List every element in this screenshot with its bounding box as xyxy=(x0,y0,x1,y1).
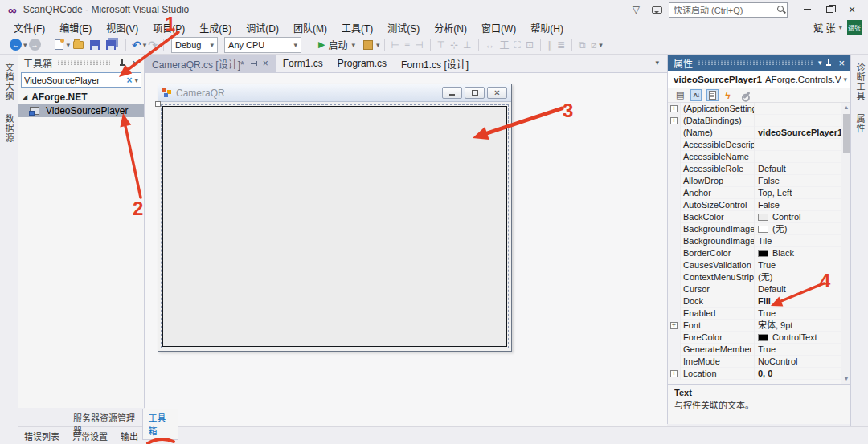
undo-chevron-icon[interactable]: ▾ xyxy=(143,41,147,49)
navigate-back-icon[interactable]: ← xyxy=(10,39,22,51)
property-row[interactable]: AutoSizeControlFalse xyxy=(668,199,841,211)
property-pages-icon[interactable] xyxy=(741,89,752,101)
quick-launch-input[interactable] xyxy=(669,2,788,18)
menu-item[interactable]: 编辑(E) xyxy=(52,19,99,36)
close-icon[interactable]: × xyxy=(263,58,268,69)
property-row[interactable]: ContextMenuStrip(无) xyxy=(668,271,841,283)
expand-icon[interactable]: + xyxy=(670,370,678,377)
menu-item[interactable]: 项目(P) xyxy=(145,19,192,36)
property-value[interactable]: (无) xyxy=(755,223,841,235)
property-row[interactable]: CausesValidationTrue xyxy=(668,259,841,271)
property-row[interactable]: AccessibleRoleDefault xyxy=(668,163,841,175)
property-row[interactable]: AccessibleDescription xyxy=(668,139,841,151)
property-value[interactable]: (无) xyxy=(755,271,841,283)
menu-item[interactable]: 帮助(H) xyxy=(523,19,571,36)
menu-item[interactable]: 调试(D) xyxy=(239,19,286,36)
property-value[interactable]: False xyxy=(755,199,841,211)
menu-item[interactable]: 文件(F) xyxy=(6,19,52,36)
property-value[interactable]: ControlText xyxy=(755,332,841,344)
categorized-icon[interactable]: ▤ xyxy=(674,89,686,101)
pin-icon[interactable] xyxy=(118,59,126,67)
designer-surface[interactable]: CameraQR ✕ xyxy=(145,72,667,426)
toolbox-search-input[interactable] xyxy=(24,75,124,85)
expand-icon[interactable]: + xyxy=(670,322,678,329)
toolbar-overflow-icon[interactable]: ▾ xyxy=(376,41,380,49)
property-value[interactable]: True xyxy=(755,308,841,320)
undo-icon[interactable]: ↶ xyxy=(132,39,141,51)
events-icon[interactable]: ϟ xyxy=(723,89,731,101)
property-value[interactable] xyxy=(755,151,841,163)
toolbox-header[interactable]: 工具箱 × xyxy=(18,55,144,71)
open-file-icon[interactable] xyxy=(73,41,84,49)
redo-icon[interactable]: ↷ xyxy=(148,39,158,51)
property-value[interactable]: Tile xyxy=(755,235,841,247)
property-row[interactable]: BorderColorBlack xyxy=(668,247,841,259)
attach-process-icon[interactable] xyxy=(363,40,373,50)
user-menu-chevron-icon[interactable]: ▾ xyxy=(838,23,842,31)
menu-item[interactable]: 分析(N) xyxy=(427,19,474,36)
side-tab[interactable]: 数据源 xyxy=(0,109,18,148)
new-project-icon[interactable] xyxy=(55,39,63,50)
property-row[interactable]: BackgroundImage(无) xyxy=(668,223,841,235)
editor-tab[interactable]: Form1.cs [设计] xyxy=(394,55,476,72)
property-value[interactable]: Fill xyxy=(755,295,841,308)
property-value[interactable]: Control xyxy=(755,211,841,223)
clear-search-icon[interactable]: × xyxy=(126,75,132,86)
property-row[interactable]: +(ApplicationSettings) xyxy=(668,103,841,115)
property-value[interactable]: 宋体, 9pt xyxy=(755,320,841,332)
restore-button[interactable] xyxy=(818,2,841,17)
property-value[interactable]: False xyxy=(755,175,841,187)
property-row[interactable]: AnchorTop, Left xyxy=(668,187,841,199)
navigate-forward-icon[interactable]: → xyxy=(29,39,41,51)
property-row[interactable]: +Location0, 0 xyxy=(668,368,841,380)
bottom-panel-tab[interactable]: 错误列表 xyxy=(18,428,66,444)
property-value[interactable] xyxy=(755,139,841,151)
minimize-button[interactable] xyxy=(796,2,818,17)
designed-form[interactable]: CameraQR ✕ xyxy=(158,84,512,352)
property-row[interactable]: ForeColorControlText xyxy=(668,332,841,344)
videosourceplayer-control[interactable] xyxy=(162,106,507,347)
menu-item[interactable]: 测试(S) xyxy=(380,19,427,36)
side-tab[interactable]: 文档大纲 xyxy=(0,58,18,106)
layout-overflow-icon[interactable]: ▾ xyxy=(599,41,603,49)
menu-item[interactable]: 窗口(W) xyxy=(474,19,523,36)
property-row[interactable]: EnabledTrue xyxy=(668,308,841,320)
menu-item[interactable]: 团队(M) xyxy=(286,19,334,36)
selection-grip[interactable] xyxy=(155,101,161,107)
property-row[interactable]: GenerateMemberTrue xyxy=(668,344,841,356)
property-row[interactable]: AccessibleName xyxy=(668,151,841,163)
scroll-thumb[interactable] xyxy=(843,114,850,153)
property-value[interactable]: videoSourcePlayer1 xyxy=(755,127,841,139)
property-row[interactable]: BackgroundImageLayoutTile xyxy=(668,235,841,247)
editor-tab[interactable]: CameraQR.cs [设计]*× xyxy=(145,55,276,72)
save-icon[interactable] xyxy=(90,40,100,50)
property-value[interactable]: Top, Left xyxy=(755,187,841,199)
property-row[interactable]: +Font宋体, 9pt xyxy=(668,320,841,332)
properties-view-icon[interactable] xyxy=(706,89,719,101)
tab-list-chevron-icon[interactable]: ▾ xyxy=(655,59,659,67)
property-value[interactable]: Black xyxy=(755,247,841,259)
platform-combo[interactable]: Any CPU▾ xyxy=(224,37,301,53)
debug-target-combo[interactable]: Debug▾ xyxy=(171,37,218,53)
expanded-caret-icon[interactable]: ◢ xyxy=(23,93,27,100)
expand-icon[interactable]: + xyxy=(670,105,678,112)
menu-item[interactable]: 工具(T) xyxy=(334,19,380,36)
toolbox-bottom-tab[interactable]: 服务器资源管理器 xyxy=(68,409,142,439)
property-value[interactable]: Default xyxy=(755,163,841,175)
toolbox-item-videosourceplayer[interactable]: VideoSourcePlayer xyxy=(18,104,144,117)
back-chevron-icon[interactable]: ▾ xyxy=(23,41,27,49)
menu-item[interactable]: 视图(V) xyxy=(99,19,145,36)
property-row[interactable]: ImeModeNoControl xyxy=(668,356,841,368)
search-options-chevron-icon[interactable]: ▾ xyxy=(134,76,138,84)
property-row[interactable]: DockFill xyxy=(668,295,841,308)
expand-icon[interactable]: + xyxy=(670,117,678,124)
save-all-icon[interactable] xyxy=(106,40,116,50)
property-row[interactable]: AllowDropFalse xyxy=(668,175,841,187)
menu-item[interactable]: 生成(B) xyxy=(192,19,239,36)
pin-icon[interactable] xyxy=(250,59,258,67)
property-value[interactable] xyxy=(755,103,841,115)
filter-icon[interactable]: ▽ xyxy=(633,4,640,15)
property-value[interactable]: NoControl xyxy=(755,356,841,368)
property-row[interactable]: CursorDefault xyxy=(668,283,841,295)
start-debug-button[interactable]: ▶ 启动 ▾ xyxy=(318,38,355,51)
